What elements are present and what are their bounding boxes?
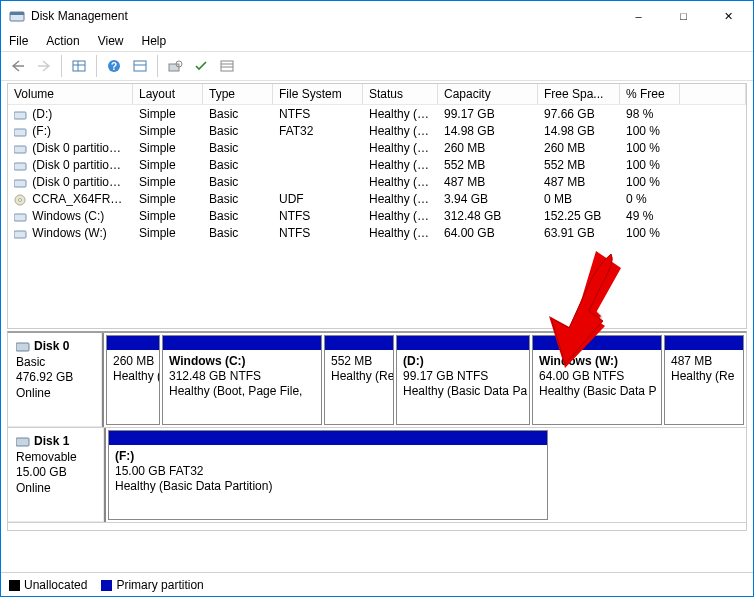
svg-rect-15 bbox=[14, 129, 26, 136]
partition[interactable]: Windows (C:)312.48 GB NTFSHealthy (Boot,… bbox=[162, 335, 322, 425]
svg-rect-14 bbox=[14, 112, 26, 119]
menu-file[interactable]: File bbox=[7, 33, 30, 49]
svg-rect-22 bbox=[14, 231, 26, 238]
title-bar: Disk Management – □ ✕ bbox=[1, 1, 753, 31]
menu-view[interactable]: View bbox=[96, 33, 126, 49]
app-icon bbox=[9, 8, 25, 24]
volume-row[interactable]: Windows (W:)SimpleBasicNTFSHealthy (B...… bbox=[8, 224, 746, 241]
col-volume[interactable]: Volume bbox=[8, 84, 133, 104]
svg-rect-24 bbox=[16, 438, 29, 446]
partition[interactable]: (F:)15.00 GB FAT32Healthy (Basic Data Pa… bbox=[108, 430, 548, 520]
drive-icon bbox=[14, 194, 28, 204]
disk-row: Disk 1Removable15.00 GBOnline(F:)15.00 G… bbox=[8, 428, 746, 523]
disk-row: Disk 0Basic476.92 GBOnline260 MBHealthy … bbox=[8, 333, 746, 428]
legend-primary: Primary partition bbox=[101, 578, 203, 592]
volume-row[interactable]: CCRA_X64FRE_EN...SimpleBasicUDFHealthy (… bbox=[8, 190, 746, 207]
drive-icon bbox=[14, 109, 28, 119]
back-button[interactable] bbox=[7, 55, 29, 77]
apply-button[interactable] bbox=[190, 55, 212, 77]
svg-rect-18 bbox=[14, 180, 26, 187]
menu-help[interactable]: Help bbox=[140, 33, 169, 49]
volume-row[interactable]: (Disk 0 partition 6)SimpleBasicHealthy (… bbox=[8, 173, 746, 190]
svg-text:?: ? bbox=[111, 61, 117, 72]
volume-row[interactable]: Windows (C:)SimpleBasicNTFSHealthy (B...… bbox=[8, 207, 746, 224]
col-filesystem[interactable]: File System bbox=[273, 84, 363, 104]
drive-icon bbox=[14, 160, 28, 170]
menu-action[interactable]: Action bbox=[44, 33, 81, 49]
svg-rect-7 bbox=[134, 61, 146, 71]
window-title: Disk Management bbox=[31, 9, 616, 23]
svg-rect-2 bbox=[73, 61, 85, 71]
disk-icon bbox=[16, 341, 30, 353]
volume-row[interactable]: (F:)SimpleBasicFAT32Healthy (B...14.98 G… bbox=[8, 122, 746, 139]
svg-rect-9 bbox=[169, 64, 179, 71]
minimize-button[interactable]: – bbox=[616, 2, 661, 31]
volume-list-header[interactable]: Volume Layout Type File System Status Ca… bbox=[8, 84, 746, 105]
volume-row[interactable]: (D:)SimpleBasicNTFSHealthy (B...99.17 GB… bbox=[8, 105, 746, 122]
drive-icon bbox=[14, 143, 28, 153]
disk-icon bbox=[16, 436, 30, 448]
col-status[interactable]: Status bbox=[363, 84, 438, 104]
drive-icon bbox=[14, 211, 28, 221]
volume-list[interactable]: Volume Layout Type File System Status Ca… bbox=[7, 83, 747, 329]
svg-rect-16 bbox=[14, 146, 26, 153]
svg-rect-17 bbox=[14, 163, 26, 170]
col-layout[interactable]: Layout bbox=[133, 84, 203, 104]
legend-unallocated: Unallocated bbox=[9, 578, 87, 592]
list-button[interactable] bbox=[216, 55, 238, 77]
col-type[interactable]: Type bbox=[203, 84, 273, 104]
svg-rect-23 bbox=[16, 343, 29, 351]
help-button[interactable]: ? bbox=[103, 55, 125, 77]
forward-button[interactable] bbox=[33, 55, 55, 77]
menu-bar: File Action View Help bbox=[1, 31, 753, 51]
disk-graphical-pane[interactable]: Disk 0Basic476.92 GBOnline260 MBHealthy … bbox=[7, 331, 747, 531]
partition[interactable]: 552 MBHealthy (Re bbox=[324, 335, 394, 425]
disk-info[interactable]: Disk 0Basic476.92 GBOnline bbox=[8, 333, 104, 427]
volume-row[interactable]: (Disk 0 partition 1)SimpleBasicHealthy (… bbox=[8, 139, 746, 156]
close-button[interactable]: ✕ bbox=[706, 2, 751, 31]
volume-row[interactable]: (Disk 0 partition 4)SimpleBasicHealthy (… bbox=[8, 156, 746, 173]
view-button[interactable] bbox=[68, 55, 90, 77]
drive-icon bbox=[14, 228, 28, 238]
maximize-button[interactable]: □ bbox=[661, 2, 706, 31]
disk-info[interactable]: Disk 1Removable15.00 GBOnline bbox=[8, 428, 106, 522]
svg-rect-11 bbox=[221, 61, 233, 71]
settings-button[interactable] bbox=[129, 55, 151, 77]
svg-rect-21 bbox=[14, 214, 26, 221]
drive-icon bbox=[14, 177, 28, 187]
col-capacity[interactable]: Capacity bbox=[438, 84, 538, 104]
col-pct[interactable]: % Free bbox=[620, 84, 680, 104]
legend: Unallocated Primary partition bbox=[1, 572, 753, 596]
col-free[interactable]: Free Spa... bbox=[538, 84, 620, 104]
drive-icon bbox=[14, 126, 28, 136]
partition[interactable]: 487 MBHealthy (Re bbox=[664, 335, 744, 425]
partition[interactable]: (D:)99.17 GB NTFSHealthy (Basic Data Pa bbox=[396, 335, 530, 425]
toolbar: ? bbox=[1, 51, 753, 81]
refresh-button[interactable] bbox=[164, 55, 186, 77]
svg-rect-1 bbox=[10, 12, 24, 15]
svg-point-20 bbox=[19, 199, 22, 202]
partition[interactable]: Windows (W:)64.00 GB NTFSHealthy (Basic … bbox=[532, 335, 662, 425]
partition[interactable]: 260 MBHealthy ( bbox=[106, 335, 160, 425]
